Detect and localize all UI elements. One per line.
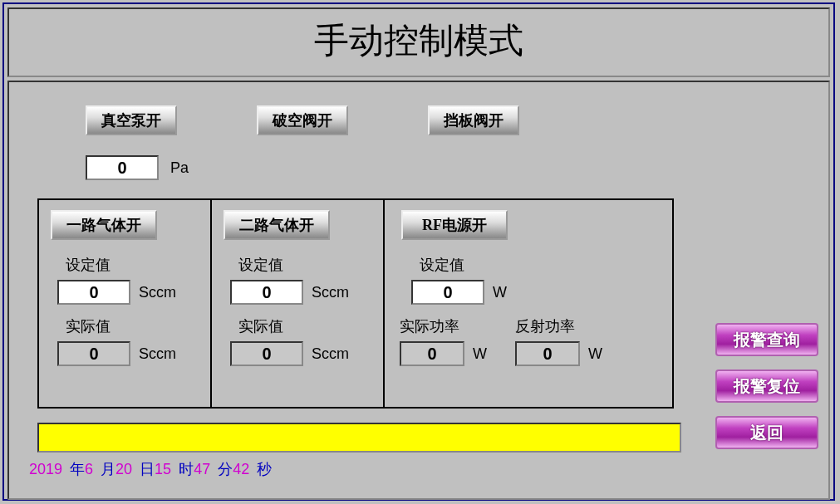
ts-day: 20 <box>115 461 132 477</box>
page-title: 手动控制模式 <box>9 17 828 64</box>
rf-box: RF电源开 设定值 0 W 实际功率 0 W 反射功率 <box>383 198 674 409</box>
gas1-act-label: 实际值 <box>66 316 202 336</box>
ts-hour-lbl: 时 <box>179 461 194 477</box>
gas2-set-unit: Sccm <box>312 284 349 301</box>
alarm-reset-button[interactable]: 报警复位 <box>715 369 818 403</box>
rf-set-value[interactable]: 0 <box>411 280 484 305</box>
side-button-column: 报警查询 报警复位 返回 <box>715 323 818 449</box>
gas2-act-unit: Sccm <box>312 345 349 363</box>
back-button[interactable]: 返回 <box>715 416 818 449</box>
main-window: 手动控制模式 真空泵开 破空阀开 挡板阀开 0 Pa 一路气体开 设定值 0 S… <box>2 2 835 501</box>
status-bar <box>37 423 681 453</box>
gas1-act-unit: Sccm <box>139 345 176 363</box>
gas1-set-label: 设定值 <box>66 255 202 275</box>
title-panel: 手动控制模式 <box>7 7 830 77</box>
break-valve-button[interactable]: 破空阀开 <box>257 105 348 135</box>
gas2-set-label: 设定值 <box>238 255 375 275</box>
gas1-box: 一路气体开 设定值 0 Sccm 实际值 0 Sccm <box>37 198 210 409</box>
gas2-act-label: 实际值 <box>238 316 375 336</box>
rf-act-value: 0 <box>400 341 464 366</box>
vacuum-pump-button[interactable]: 真空泵开 <box>86 105 177 135</box>
body-panel: 真空泵开 破空阀开 挡板阀开 0 Pa 一路气体开 设定值 0 Sccm 实际值… <box>7 81 830 500</box>
ts-month: 6 <box>85 461 93 477</box>
ts-year: 2019 <box>29 461 62 477</box>
gas1-set-value[interactable]: 0 <box>57 280 130 305</box>
control-boxes: 一路气体开 设定值 0 Sccm 实际值 0 Sccm 二路气体开 设定值 0 … <box>37 198 674 409</box>
rf-act-label: 实际功率 <box>400 316 487 336</box>
rf-ref-unit: W <box>588 345 602 363</box>
rf-ref-value: 0 <box>515 341 580 366</box>
ts-sec-lbl: 秒 <box>257 461 272 477</box>
ts-sec: 42 <box>233 461 249 477</box>
pressure-unit: Pa <box>170 159 189 177</box>
gas2-act-value: 0 <box>230 341 303 366</box>
rf-button[interactable]: RF电源开 <box>401 210 508 240</box>
ts-min: 47 <box>194 461 210 477</box>
top-button-row: 真空泵开 破空阀开 挡板阀开 <box>86 105 519 135</box>
ts-day-lbl: 日 <box>140 461 155 477</box>
gas1-set-unit: Sccm <box>139 284 176 301</box>
timestamp: 2019 年6 月20 日15 时47 分42 秒 <box>29 459 272 479</box>
rf-act-unit: W <box>473 345 487 363</box>
gas2-set-value[interactable]: 0 <box>230 280 303 305</box>
rf-set-label: 设定值 <box>420 255 664 275</box>
pressure-value: 0 <box>86 155 159 180</box>
gas1-button[interactable]: 一路气体开 <box>51 210 157 240</box>
rf-ref-label: 反射功率 <box>515 316 602 336</box>
pressure-row: 0 Pa <box>86 155 189 180</box>
alarm-query-button[interactable]: 报警查询 <box>715 323 818 356</box>
baffle-valve-button[interactable]: 挡板阀开 <box>428 105 519 135</box>
gas2-box: 二路气体开 设定值 0 Sccm 实际值 0 Sccm <box>210 198 383 409</box>
ts-year-lbl: 年 <box>70 461 85 477</box>
gas1-act-value: 0 <box>57 341 130 366</box>
ts-hour: 15 <box>155 461 171 477</box>
ts-min-lbl: 分 <box>218 461 233 477</box>
rf-set-unit: W <box>493 284 507 301</box>
gas2-button[interactable]: 二路气体开 <box>224 210 330 240</box>
ts-month-lbl: 月 <box>101 461 115 477</box>
